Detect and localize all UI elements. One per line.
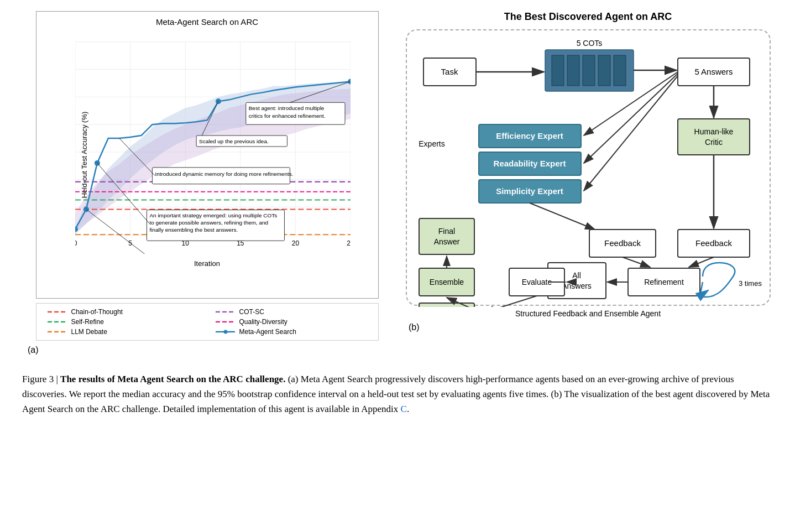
caption-end: . <box>407 404 409 414</box>
svg-rect-89 <box>419 218 474 254</box>
diagram-title: The Best Discovered Agent on ARC <box>504 11 672 23</box>
svg-text:25: 25 <box>347 239 351 247</box>
caption-text: Figure 3 | The results of Meta Agent Sea… <box>22 372 773 417</box>
legend-meta-agent-search: Meta-Agent Search <box>216 328 367 336</box>
y-axis-label: Held-out Test Accuracy (%) <box>80 112 88 199</box>
svg-point-61 <box>223 330 227 334</box>
svg-line-109 <box>530 203 595 230</box>
svg-point-32 <box>83 207 88 212</box>
chart-legend: Chain-of-Thought COT-SC Self-Refine Qual… <box>36 303 379 341</box>
svg-line-112 <box>689 257 714 267</box>
legend-label-quality-diversity: Quality-Diversity <box>239 318 287 326</box>
svg-text:3 times: 3 times <box>739 279 762 288</box>
legend-label-self-refine: Self-Refine <box>71 318 104 326</box>
svg-rect-65 <box>567 55 579 86</box>
svg-text:Ensemble: Ensemble <box>429 278 463 286</box>
diagram-container: 5 COTs Task 5 Answers <box>406 29 771 306</box>
svg-text:Answers: Answers <box>562 281 592 290</box>
svg-text:5: 5 <box>128 239 132 247</box>
svg-text:to generate possible answers, : to generate possible answers, refining t… <box>149 220 268 226</box>
svg-text:Human-like: Human-like <box>694 127 733 136</box>
svg-text:Introduced dynamic memory for : Introduced dynamic memory for doing more… <box>155 171 293 177</box>
caption-appendix-link[interactable]: C <box>401 404 407 414</box>
caption-container: Figure 3 | The results of Meta Agent Sea… <box>22 372 773 417</box>
svg-text:Evaluate: Evaluate <box>521 278 552 286</box>
legend-self-refine: Self-Refine <box>48 318 199 326</box>
svg-text:0: 0 <box>75 239 77 247</box>
legend-chain-of-thought: Chain-of-Thought <box>48 308 199 316</box>
svg-line-39 <box>86 210 147 254</box>
chart-title: Meta-Agent Search on ARC <box>156 17 258 27</box>
diagram-svg: 5 COTs Task 5 Answers <box>407 30 772 307</box>
legend-label-cot-sc: COT-SC <box>239 308 264 316</box>
svg-rect-66 <box>583 55 595 86</box>
svg-text:finally ensembling the best an: finally ensembling the best answers. <box>149 227 238 233</box>
svg-text:20: 20 <box>291 239 299 247</box>
svg-text:Simplicity Expert: Simplicity Expert <box>496 186 563 196</box>
svg-text:Answer: Answer <box>433 237 459 246</box>
svg-rect-67 <box>598 55 610 86</box>
svg-rect-68 <box>614 55 626 86</box>
svg-text:Efficiency Expert: Efficiency Expert <box>496 131 563 140</box>
svg-text:Final: Final <box>438 227 454 236</box>
svg-text:Refinement: Refinement <box>644 278 684 286</box>
legend-label-chain-of-thought: Chain-of-Thought <box>71 308 123 316</box>
svg-text:Critic: Critic <box>705 138 723 147</box>
svg-line-111 <box>623 257 650 267</box>
right-panel: The Best Discovered Agent on ARC 5 COTs <box>403 11 773 355</box>
svg-rect-82 <box>678 119 750 155</box>
legend-label-meta-agent-search: Meta-Agent Search <box>239 328 296 336</box>
label-a: (a) <box>22 345 39 355</box>
legend-cot-sc: COT-SC <box>216 308 367 316</box>
svg-text:5 COTs: 5 COTs <box>576 39 602 48</box>
legend-label-llm-debate: LLM Debate <box>71 328 107 336</box>
svg-line-115 <box>484 296 537 307</box>
svg-text:An important strategy emerged:: An important strategy emerged: using mul… <box>149 212 277 218</box>
figures-row: Meta-Agent Search on ARC Held-out Test A… <box>22 11 773 355</box>
svg-text:Best agent: introduced multipl: Best agent: introduced multiple <box>248 105 324 111</box>
svg-text:Experts: Experts <box>419 139 444 148</box>
svg-text:All: All <box>572 271 581 280</box>
legend-llm-debate: LLM Debate <box>48 328 199 336</box>
label-b: (b) <box>403 322 420 332</box>
svg-text:Feedback: Feedback <box>604 238 641 248</box>
svg-text:Feedback: Feedback <box>695 238 732 248</box>
svg-text:Task: Task <box>441 67 458 76</box>
caption-bold-part: The results of Meta Agent Search on the … <box>60 374 285 384</box>
svg-line-107 <box>584 76 678 191</box>
svg-text:Scaled up the previous idea.: Scaled up the previous idea. <box>199 138 269 144</box>
legend-quality-diversity: Quality-Diversity <box>216 318 367 326</box>
left-panel: Meta-Agent Search on ARC Held-out Test A… <box>22 11 392 355</box>
svg-text:Readability Expert: Readability Expert <box>493 159 566 168</box>
svg-text:5 Answers: 5 Answers <box>694 67 733 76</box>
svg-rect-64 <box>552 55 564 86</box>
diagram-subtitle: Structured Feedback and Ensemble Agent <box>515 309 661 318</box>
svg-text:critics for enhanced refinemen: critics for enhanced refinement. <box>248 113 325 119</box>
chart-svg: 4 6 8 10 12 14 0 5 10 15 20 25 <box>75 39 351 254</box>
main-container: Meta-Agent Search on ARC Held-out Test A… <box>22 11 773 417</box>
chart-container: Meta-Agent Search on ARC Held-out Test A… <box>36 11 379 299</box>
caption-figure-num: Figure 3 | <box>22 374 58 384</box>
x-axis-label: Iteration <box>194 259 220 268</box>
